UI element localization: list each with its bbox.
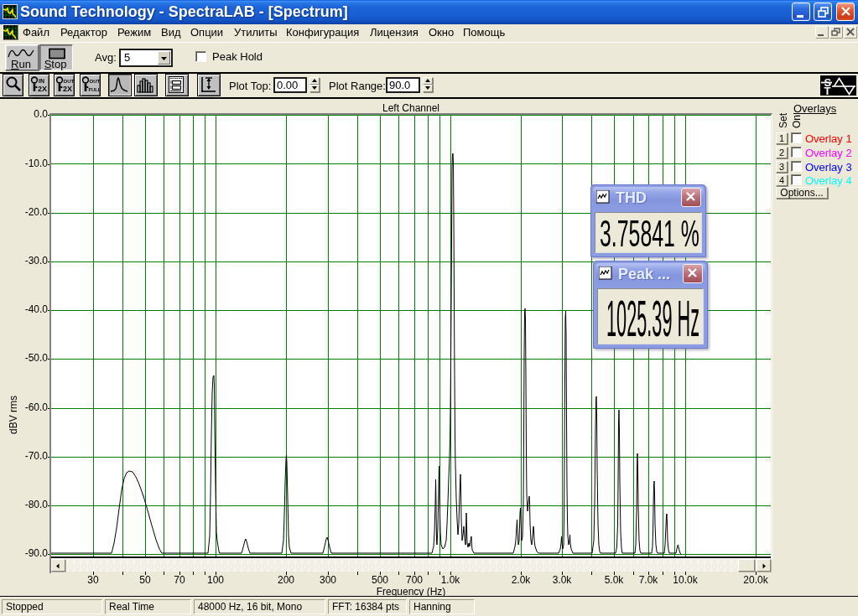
svg-text:1025.39 Hz: 1025.39 Hz [606,289,699,344]
svg-text:IN: IN [39,78,44,84]
svg-text:3.75841 %: 3.75841 % [600,213,699,252]
svg-text:OUT: OUT [90,79,101,84]
svg-text:OUT: OUT [64,79,75,84]
svg-text:2X: 2X [63,85,72,93]
svg-text:2X: 2X [38,85,47,93]
svg-text:FULL: FULL [89,87,101,92]
svg-text:T: T [824,85,831,96]
